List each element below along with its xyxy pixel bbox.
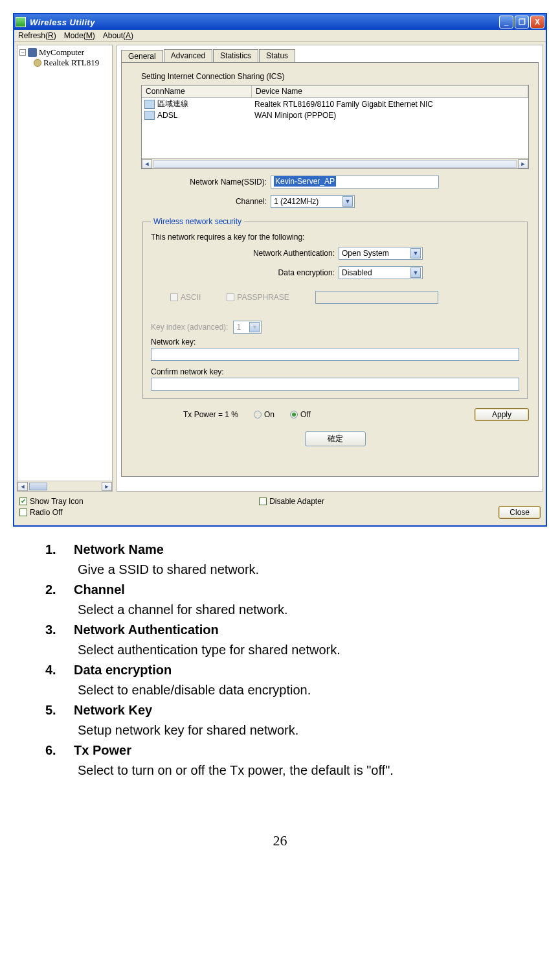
txpower-label: Tx Power = 1 % <box>141 410 238 419</box>
collapse-icon[interactable]: − <box>19 49 26 56</box>
scroll-right-icon[interactable]: ► <box>102 482 112 491</box>
scroll-left-icon[interactable]: ◄ <box>142 159 152 168</box>
encryption-select[interactable]: Disabled ▼ <box>339 266 423 279</box>
channel-select[interactable]: 1 (2412MHz) ▼ <box>271 195 355 208</box>
col-connname[interactable]: ConnName <box>142 86 252 97</box>
titlebar: Wireless Utility _ ❐ X <box>14 14 546 30</box>
doc-item-title: Tx Power <box>74 740 131 760</box>
checkbox-icon: ✔ <box>19 497 27 505</box>
doc-item-desc: Give a SSID to shared network. <box>45 560 515 580</box>
menu-refresh[interactable]: Refresh(R) <box>18 31 56 40</box>
chevron-down-icon: ▼ <box>410 268 421 278</box>
list-item[interactable]: 區域連線 Realtek RTL8169/8110 Family Gigabit… <box>142 98 528 110</box>
device-name: Realtek RTL8169/8110 Family Gigabit Ethe… <box>254 100 528 109</box>
doc-item-title: Data encryption <box>74 660 172 680</box>
window-title: Wireless Utility <box>30 17 498 27</box>
txpower-off-radio[interactable]: Off <box>290 410 311 419</box>
passphrase-checkbox: PASSPHRASE <box>227 291 289 304</box>
doc-item-title: Network Key <box>74 700 152 720</box>
ssid-input[interactable]: Kevin-Server_AP <box>271 176 439 189</box>
ascii-checkbox: ASCII <box>170 291 201 304</box>
show-tray-checkbox[interactable]: ✔ Show Tray Icon <box>19 497 259 506</box>
checkbox-icon <box>19 509 27 516</box>
doc-item-title: Network Name <box>74 540 164 560</box>
checkbox-icon <box>227 293 234 301</box>
main-panel: General Advanced Statistics Status Setti… <box>117 45 543 492</box>
doc-item-desc: Select to turn on or off the Tx power, t… <box>45 760 515 781</box>
device-tree: − MyComputer Realtek RTL819 ◄ ► <box>17 45 113 492</box>
doc-item-desc: Setup network key for shared network. <box>45 720 515 740</box>
app-icon <box>16 17 26 27</box>
listview-headers: ConnName Device Name <box>142 86 528 98</box>
page-number: 26 <box>0 832 560 849</box>
chevron-down-icon: ▼ <box>410 248 421 258</box>
ssid-value: Kevin-Server_AP <box>274 176 336 187</box>
doc-item-title: Network Authentication <box>74 620 219 640</box>
networkkey-label: Network key: <box>151 337 196 347</box>
tree-root-label: MyComputer <box>39 47 84 58</box>
checkbox-icon <box>259 497 267 505</box>
auth-label: Network Authentication: <box>151 249 339 258</box>
tree-root[interactable]: − MyComputer <box>19 47 110 58</box>
nic-icon <box>34 59 41 67</box>
tree-child-label: Realtek RTL819 <box>43 58 99 68</box>
tab-statistics[interactable]: Statistics <box>213 49 258 62</box>
doc-item-title: Channel <box>74 580 125 600</box>
close-button[interactable]: Close <box>498 506 541 519</box>
ics-listview[interactable]: ConnName Device Name 區域連線 Realtek RTL816… <box>141 85 529 169</box>
close-window-button[interactable]: X <box>530 16 544 29</box>
keyindex-label: Key index (advanced): <box>151 323 228 332</box>
tab-status[interactable]: Status <box>259 49 295 62</box>
bottom-bar: ✔ Show Tray Icon Radio Off Disable Adapt… <box>14 494 546 525</box>
passphrase-input <box>315 291 438 304</box>
networkkey-input[interactable] <box>151 348 519 361</box>
apply-button[interactable]: Apply <box>475 408 529 421</box>
listview-scrollbar[interactable]: ◄ ► <box>142 158 528 168</box>
encryption-value: Disabled <box>342 268 372 277</box>
connection-icon <box>144 100 155 109</box>
txpower-on-radio[interactable]: On <box>254 410 274 419</box>
confirmkey-label: Confirm network key: <box>151 367 224 376</box>
tab-panel-general: Setting Internet Connection Sharing (ICS… <box>121 62 539 477</box>
scroll-thumb[interactable] <box>29 483 47 490</box>
tree-child[interactable]: Realtek RTL819 <box>19 58 110 68</box>
channel-value: 1 (2412MHz) <box>274 197 319 206</box>
radio-icon <box>290 411 298 418</box>
ok-button[interactable]: 確定 <box>305 431 366 446</box>
auth-select[interactable]: Open System ▼ <box>339 247 423 260</box>
menu-about[interactable]: About(A) <box>103 31 133 40</box>
ssid-label: Network Name(SSID): <box>141 177 271 187</box>
radio-off-checkbox[interactable]: Radio Off <box>19 508 259 517</box>
client-area: − MyComputer Realtek RTL819 ◄ ► <box>14 42 546 494</box>
conn-name: 區域連線 <box>157 98 254 109</box>
scroll-left-icon[interactable]: ◄ <box>17 482 28 491</box>
security-legend: Wireless network security <box>151 217 244 226</box>
tab-advanced[interactable]: Advanced <box>164 49 212 62</box>
computer-icon <box>28 48 37 57</box>
scroll-right-icon[interactable]: ► <box>518 159 528 168</box>
auth-value: Open System <box>342 249 389 258</box>
doc-item-desc: Select to enable/disable data encryption… <box>45 680 515 700</box>
radio-icon <box>254 411 262 418</box>
conn-name: ADSL <box>157 111 254 120</box>
confirmkey-input[interactable] <box>151 378 519 391</box>
sidebar-scrollbar[interactable]: ◄ ► <box>17 481 112 491</box>
minimize-button[interactable]: _ <box>499 16 513 29</box>
security-intro: This network requires a key for the foll… <box>151 233 519 242</box>
maximize-button[interactable]: ❐ <box>515 16 529 29</box>
disable-adapter-checkbox[interactable]: Disable Adapter <box>259 497 498 506</box>
encryption-label: Data encryption: <box>151 268 339 277</box>
keyindex-select: 1 ▼ <box>233 321 262 334</box>
menu-mode[interactable]: Mode(M) <box>64 31 95 40</box>
col-devicename[interactable]: Device Name <box>252 86 528 97</box>
ics-section-label: Setting Internet Connection Sharing (ICS… <box>141 72 529 81</box>
doc-item-desc: Select a channel for shared network. <box>45 600 515 620</box>
tab-general[interactable]: General <box>121 50 163 63</box>
doc-item-desc: Select authentication type for shared ne… <box>45 640 515 660</box>
device-name: WAN Miniport (PPPOE) <box>254 111 528 120</box>
list-item[interactable]: ADSL WAN Miniport (PPPOE) <box>142 110 528 120</box>
menubar: Refresh(R) Mode(M) About(A) <box>14 30 546 42</box>
channel-label: Channel: <box>141 197 271 206</box>
chevron-down-icon: ▼ <box>342 196 353 207</box>
checkbox-icon <box>170 293 178 301</box>
